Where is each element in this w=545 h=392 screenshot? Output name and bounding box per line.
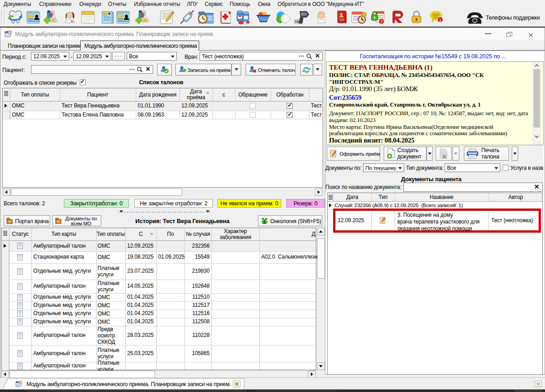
- svg-text:1: 1: [439, 18, 442, 22]
- svg-text:7: 7: [380, 20, 383, 24]
